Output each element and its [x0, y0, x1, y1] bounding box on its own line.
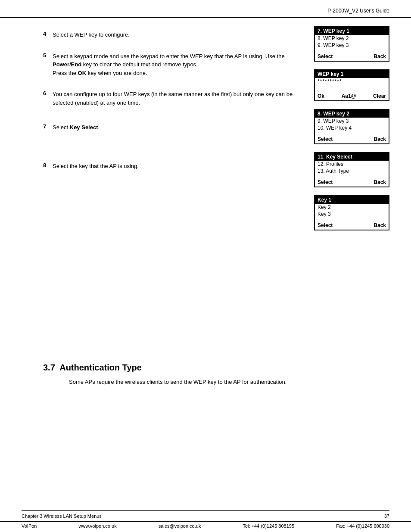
step-5-text: Select a keypad mode and use the keypad …	[53, 52, 305, 78]
menu3-item2: 10. WEP key 4	[315, 124, 389, 131]
menu1-item1: 8. WEP key 2	[315, 35, 389, 42]
menu5-item2: Key 3	[315, 211, 389, 218]
menu4-header: 11. Key Select	[315, 153, 389, 161]
menu4-footer: Select Back	[315, 178, 389, 187]
step-5: 5 Select a keypad mode and use the keypa…	[43, 52, 305, 78]
footer-website: www.voipon.co.uk	[79, 523, 117, 529]
section-title: Authentication Type	[59, 363, 142, 372]
menu2-clear: Clear	[373, 93, 386, 99]
menu2-input-value: **********	[315, 78, 389, 85]
menu-wep-key1-select: 7. WEP key 1 8. WEP key 2 9. WEP key 3 S…	[314, 26, 389, 62]
menu3-back: Back	[374, 136, 386, 142]
menu1-select: Select	[318, 53, 333, 59]
page-header: P-2000W_V2 User's Guide	[0, 0, 411, 18]
menu1-item2: 9. WEP key 3	[315, 42, 389, 49]
menu1-header: 7. WEP key 1	[315, 27, 389, 35]
menu3-header: 8. WEP key 2	[315, 110, 389, 118]
menu3-item1: 9. WEP key 3	[315, 118, 389, 124]
footer-page-number: 37	[384, 513, 389, 519]
step-6-number: 6	[43, 90, 49, 96]
page-container: P-2000W_V2 User's Guide 4 Select a WEP k…	[0, 0, 411, 532]
footer-chapter: Chapter 3 Wireless LAN Setup Menus	[22, 513, 102, 519]
menu1-footer: Select Back	[315, 52, 389, 61]
section-description: Some APs require the wireless clients to…	[69, 378, 389, 386]
menu2-header: WEP key 1	[315, 70, 389, 78]
menu4-back: Back	[374, 179, 386, 185]
menu2-footer: Ok Aa1@ Clear	[315, 92, 389, 100]
menu1-back: Back	[374, 53, 386, 59]
menu2-aa1: Aa1@	[342, 93, 356, 99]
menu3-select: Select	[318, 136, 333, 142]
footer-tel: Tel: +44 (0)1245 808195	[243, 523, 294, 529]
menu5-footer: Select Back	[315, 221, 389, 230]
step-5-number: 5	[43, 52, 49, 59]
menu5-item1: Key 2	[315, 204, 389, 211]
menu-wep-key-input: WEP key 1 ********** Ok Aa1@ Clear	[314, 69, 389, 101]
step-6: 6 You can configure up to four WEP keys …	[43, 90, 305, 107]
step-4-number: 4	[43, 31, 49, 37]
ui-column: 7. WEP key 1 8. WEP key 2 9. WEP key 3 S…	[314, 26, 389, 354]
menu5-select: Select	[318, 222, 333, 228]
menu4-item2: 13. Auth Type	[315, 168, 389, 174]
step-4: 4 Select a WEP key to configure.	[43, 31, 305, 39]
footer-email: sales@voipon.co.uk	[159, 523, 201, 529]
step-7-number: 7	[43, 123, 49, 130]
menu3-footer: Select Back	[315, 135, 389, 143]
menu4-select: Select	[318, 179, 333, 185]
menu-key-select: 11. Key Select 12. Profiles 13. Auth Typ…	[314, 152, 389, 187]
step-7-text: Select Key Select.	[53, 123, 100, 132]
menu5-back: Back	[374, 222, 386, 228]
content-area: 4 Select a WEP key to configure. 5 Selec…	[0, 18, 411, 354]
text-column: 4 Select a WEP key to configure. 5 Selec…	[43, 26, 314, 354]
footer-fax: Fax: +44 (0)1245 600030	[336, 523, 389, 529]
page-footer: Chapter 3 Wireless LAN Setup Menus 37	[0, 511, 411, 521]
step-8: 8 Select the key that the AP is using.	[43, 162, 305, 171]
menu4-item1: 12. Profiles	[315, 161, 389, 168]
step-4-text: Select a WEP key to configure.	[53, 31, 130, 39]
section-heading: 3.7 Authentication Type	[43, 363, 389, 373]
menu2-ok: Ok	[318, 93, 324, 99]
menu-key-selection: Key 1 Key 2 Key 3 Select Back	[314, 195, 389, 230]
step-6-text: You can configure up to four WEP keys (i…	[53, 90, 305, 107]
step-8-number: 8	[43, 162, 49, 168]
header-title: P-2000W_V2 User's Guide	[327, 8, 389, 14]
footer-bottom: VoIPon www.voipon.co.uk sales@voipon.co.…	[0, 521, 411, 532]
menu5-header: Key 1	[315, 196, 389, 204]
menu-wep-key2-select: 8. WEP key 2 9. WEP key 3 10. WEP key 4 …	[314, 109, 389, 144]
step-8-text: Select the key that the AP is using.	[53, 162, 139, 171]
footer-company: VoIPon	[22, 523, 37, 529]
section-number: 3.7	[43, 363, 59, 372]
step-7: 7 Select Key Select.	[43, 123, 305, 132]
